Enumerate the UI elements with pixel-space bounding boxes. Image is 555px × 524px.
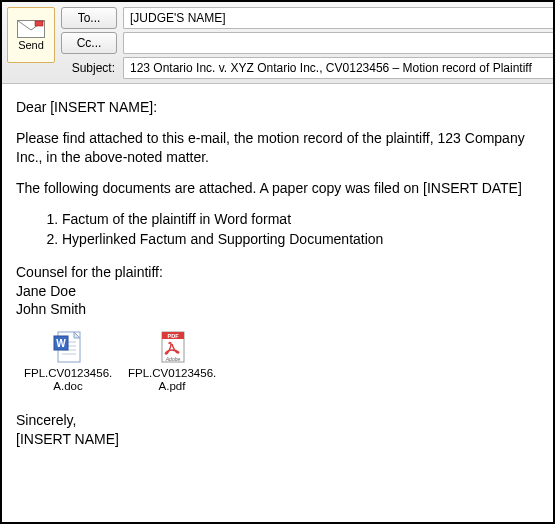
- cc-button[interactable]: Cc...: [61, 32, 117, 54]
- list-item: Factum of the plaintiff in Word format: [62, 210, 539, 229]
- paragraph-1: Please find attached to this e-mail, the…: [16, 129, 539, 167]
- compose-header: Send To... Cc... Subject:: [2, 2, 553, 84]
- attachment-filename-line1: FPL.CV0123456.: [24, 367, 112, 380]
- attachment-filename-line1: FPL.CV0123456.: [128, 367, 216, 380]
- counsel-block: Counsel for the plaintiff: Jane Doe John…: [16, 263, 539, 318]
- subject-label: Subject:: [61, 61, 117, 75]
- envelope-icon: [17, 20, 45, 38]
- svg-text:PDF: PDF: [168, 333, 180, 339]
- greeting: Dear [INSERT NAME]:: [16, 98, 539, 117]
- list-item: Hyperlinked Factum and Supporting Docume…: [62, 230, 539, 249]
- to-button[interactable]: To...: [61, 7, 117, 29]
- signature-block: Sincerely, [INSERT NAME]: [16, 411, 539, 447]
- pdf-icon: PDF Adobe: [156, 330, 188, 364]
- send-button[interactable]: Send: [7, 7, 55, 63]
- to-input[interactable]: [123, 7, 553, 29]
- closing: Sincerely,: [16, 411, 539, 429]
- counsel-name: John Smith: [16, 300, 539, 318]
- attachment-list: Factum of the plaintiff in Word format H…: [16, 210, 539, 250]
- to-row: To...: [61, 7, 553, 29]
- attachment-pdf[interactable]: PDF Adobe FPL.CV0123456. A.pdf: [128, 330, 216, 393]
- fields-column: To... Cc... Subject:: [61, 5, 553, 83]
- send-label: Send: [18, 40, 44, 51]
- word-doc-icon: W: [52, 330, 84, 364]
- signature-name: [INSERT NAME]: [16, 430, 539, 448]
- attachment-filename-line2: A.pdf: [128, 380, 216, 393]
- attachment-filename-line2: A.doc: [24, 380, 112, 393]
- cc-row: Cc...: [61, 32, 553, 54]
- attachments-row: W FPL.CV0123456. A.doc PDF Adobe FPL.CV0…: [24, 330, 539, 393]
- paragraph-2: The following documents are attached. A …: [16, 179, 539, 198]
- subject-input[interactable]: [123, 57, 553, 79]
- svg-text:W: W: [56, 338, 66, 349]
- counsel-name: Jane Doe: [16, 282, 539, 300]
- subject-row: Subject:: [61, 57, 553, 79]
- cc-input[interactable]: [123, 32, 553, 54]
- svg-rect-1: [35, 21, 43, 26]
- svg-text:Adobe: Adobe: [165, 356, 181, 362]
- message-body[interactable]: Dear [INSERT NAME]: Please find attached…: [2, 84, 553, 458]
- attachment-doc[interactable]: W FPL.CV0123456. A.doc: [24, 330, 112, 393]
- counsel-header: Counsel for the plaintiff:: [16, 263, 539, 281]
